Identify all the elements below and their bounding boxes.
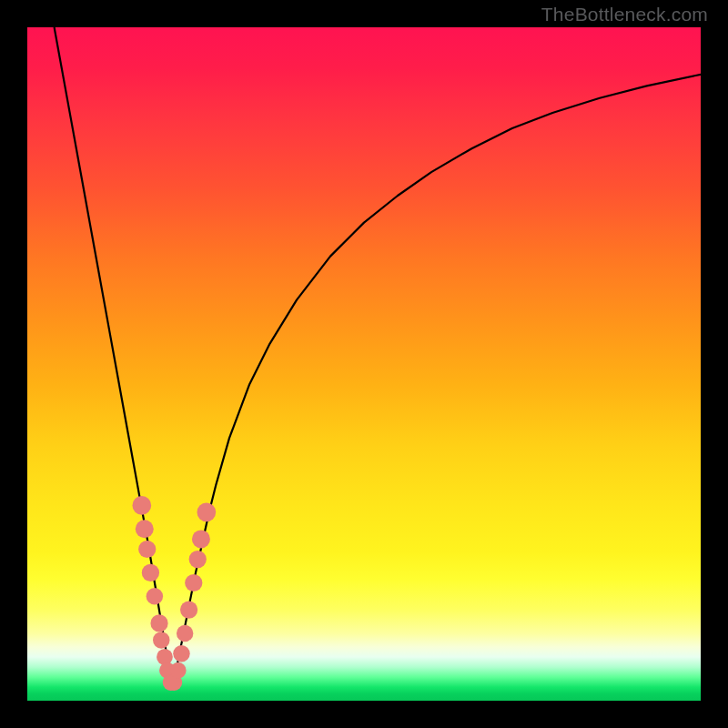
curve-marker	[150, 614, 167, 632]
curve-markers-group	[132, 496, 216, 691]
chart-svg	[27, 27, 701, 701]
plot-area	[27, 27, 701, 701]
curve-marker	[147, 588, 164, 605]
curve-marker	[192, 530, 210, 548]
bottleneck-curve	[55, 27, 701, 687]
curve-marker	[180, 601, 197, 618]
curve-marker	[197, 502, 216, 521]
curve-marker	[185, 574, 202, 592]
curve-marker	[138, 541, 156, 558]
curve-marker	[136, 520, 154, 538]
curve-marker	[173, 645, 190, 662]
curve-marker	[132, 496, 151, 515]
curve-marker	[142, 564, 159, 581]
curve-marker	[157, 649, 173, 665]
curve-marker	[170, 662, 187, 679]
curve-marker	[189, 551, 207, 568]
attribution-label: TheBottleneck.com	[541, 4, 708, 25]
curve-marker	[177, 625, 194, 642]
curve-marker	[153, 632, 170, 649]
chart-frame: TheBottleneck.com	[0, 0, 728, 728]
